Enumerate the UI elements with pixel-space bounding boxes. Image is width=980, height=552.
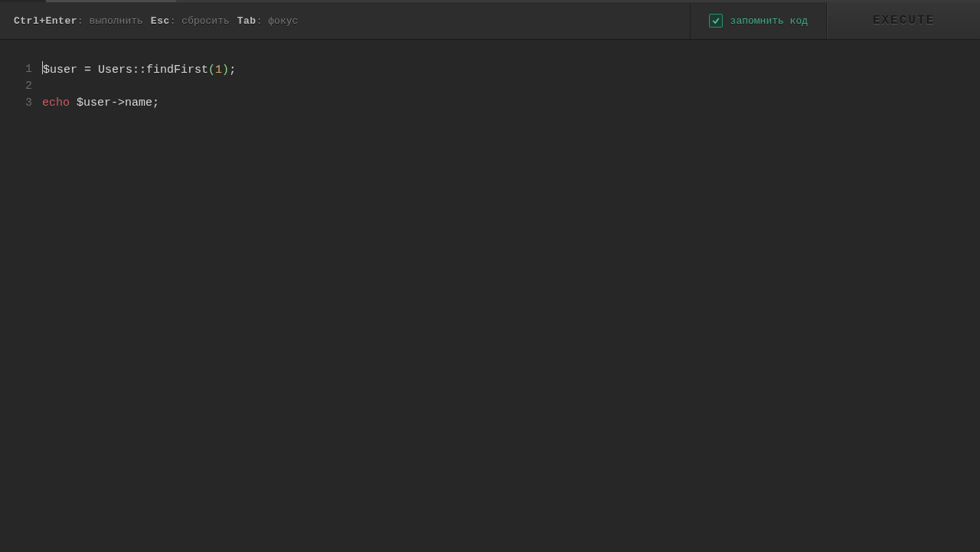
code-token: $user bbox=[43, 64, 77, 77]
checkbox-checked-icon[interactable] bbox=[709, 14, 723, 28]
shortcut-key: Esc bbox=[151, 15, 170, 27]
code-token: ; bbox=[229, 64, 236, 77]
code-line[interactable]: echo $user->name; bbox=[42, 95, 980, 112]
code-area[interactable]: $user = Users::findFirst(1);echo $user->… bbox=[42, 61, 980, 112]
execute-button[interactable]: EXECUTE bbox=[827, 2, 980, 39]
shortcut-desc: : сбросить bbox=[170, 15, 230, 27]
code-token: Users bbox=[98, 64, 132, 77]
code-token: :: bbox=[132, 64, 146, 77]
remember-code-label[interactable]: запомнить код bbox=[730, 15, 808, 27]
code-token: ( bbox=[208, 64, 215, 77]
code-line[interactable] bbox=[42, 78, 980, 95]
code-token: ; bbox=[152, 96, 159, 109]
line-number: 1 bbox=[0, 61, 37, 78]
line-number: 2 bbox=[0, 78, 37, 95]
code-editor[interactable]: 123 $user = Users::findFirst(1);echo $us… bbox=[0, 40, 980, 552]
shortcut-key: Ctrl+Enter bbox=[14, 15, 77, 27]
shortcut-desc: : фокус bbox=[256, 15, 299, 27]
code-token: = bbox=[77, 64, 98, 77]
code-token: findFirst bbox=[146, 64, 208, 77]
code-token: 1 bbox=[215, 64, 222, 77]
line-number-gutter: 123 bbox=[0, 40, 37, 552]
remember-code-toggle[interactable]: запомнить код bbox=[690, 2, 827, 39]
code-token: ) bbox=[222, 64, 229, 77]
shortcut-key: Tab bbox=[237, 15, 256, 27]
code-token: -> bbox=[111, 96, 125, 109]
execute-button-label: EXECUTE bbox=[873, 14, 935, 28]
code-token: echo bbox=[42, 96, 70, 109]
code-token: $user bbox=[77, 96, 111, 109]
shortcut-hints: Ctrl+Enter: выполнить Esc: сбросить Tab:… bbox=[0, 2, 690, 39]
toolbar: Ctrl+Enter: выполнить Esc: сбросить Tab:… bbox=[0, 2, 980, 40]
code-token bbox=[70, 96, 77, 109]
code-token: name bbox=[125, 96, 152, 109]
code-line[interactable]: $user = Users::findFirst(1); bbox=[42, 61, 980, 78]
shortcut-desc: : выполнить bbox=[77, 15, 143, 27]
line-number: 3 bbox=[0, 95, 37, 112]
